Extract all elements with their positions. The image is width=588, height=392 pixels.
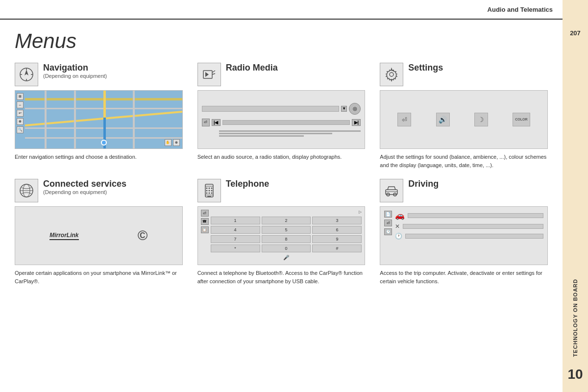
navigation-subtitle: (Depending on equipment) [43, 73, 107, 79]
svg-point-25 [208, 193, 210, 194]
driving-title-block: Driving [408, 179, 439, 189]
nav-icon-2: ↔ [17, 101, 24, 108]
telephone-icon [201, 183, 217, 198]
driving-bar-3 [405, 234, 543, 239]
tel-btn-3: 📋 [201, 226, 209, 233]
navigation-title-block: Navigation (Depending on equipment) [43, 63, 107, 79]
svg-point-23 [211, 190, 212, 192]
svg-point-20 [211, 188, 212, 189]
navigation-icon-box [15, 63, 38, 86]
page-heading: Menus [15, 29, 548, 53]
driving-description: Access to the trip computer. Activate, d… [380, 269, 548, 285]
settings-gear-icon [384, 67, 399, 82]
connected-title-block: Connected services (Depending on equipme… [43, 179, 126, 195]
nav-icon-compass: ⊕ [173, 139, 180, 146]
main-content: Menus Navigation (Depending on [0, 20, 563, 392]
telephone-icon-box [197, 179, 221, 202]
settings-color-icon: COLOR [513, 113, 530, 126]
menu-item-header-telephone: Telephone [197, 179, 366, 202]
connected-description: Operate certain applications on your sma… [15, 269, 183, 285]
svg-marker-9 [205, 72, 209, 77]
svg-rect-27 [386, 190, 397, 195]
menu-item-telephone: Telephone ⏎ ☎ 📋 ▷ [197, 179, 366, 285]
tel-key-3: 3 [312, 217, 362, 224]
mirrorlink-logo: MirrorLink [49, 232, 78, 240]
driving-bar-2 [403, 224, 543, 229]
tel-key-4: 4 [211, 226, 260, 234]
driving-icon-doc: 📄 [384, 211, 392, 218]
svg-point-26 [211, 193, 212, 194]
tel-mic-icon: 🎤 [283, 255, 289, 260]
svg-point-10 [390, 73, 393, 76]
telephone-title-block: Telephone [226, 179, 270, 189]
driving-x-symbol: ✕ [395, 223, 400, 230]
header-title: Audio and Telematics [488, 6, 553, 13]
nav-icon-3: ↩ [17, 110, 24, 117]
tel-btn-1: ⏎ [201, 210, 209, 217]
nav-icon-hand: ✋ [165, 139, 172, 146]
carplay-icon: © [138, 228, 148, 244]
svg-line-8 [212, 74, 215, 74]
settings-title: Settings [408, 63, 443, 73]
driving-main-content: 🚗 ✕ 🕐 [395, 211, 543, 240]
driving-car-icon [384, 183, 399, 198]
radio-title: Radio Media [226, 63, 278, 73]
tel-key-5: 5 [262, 226, 311, 234]
connected-icon [19, 183, 34, 198]
connected-subtitle: (Depending on equipment) [43, 189, 126, 195]
tel-key-star: * [211, 245, 260, 252]
menu-item-header-navigation: Navigation (Depending on equipment) [15, 63, 183, 86]
top-header: Audio and Telematics [0, 0, 563, 20]
radio-icon-box [197, 63, 221, 86]
tel-key-7: 7 [211, 235, 260, 243]
nav-icon-4: ⊕ [17, 118, 24, 125]
menu-item-header-radio: Radio Media [197, 63, 366, 86]
menu-item-header-driving: Driving [380, 179, 548, 202]
navigation-icon [19, 67, 34, 82]
navigation-description: Enter navigation settings and choose a d… [15, 153, 183, 161]
driving-clock-symbol: 🕐 [395, 233, 402, 240]
settings-description: Adjust the settings for sound (balance, … [380, 153, 548, 169]
tel-key-hash: # [312, 245, 362, 252]
settings-speaker-icon: 🔊 [436, 113, 450, 126]
svg-point-19 [208, 188, 210, 189]
connected-icon-box [15, 179, 38, 202]
menu-item-radio: Radio Media ▼ ◎ ⏎ |◀ ▶| [197, 63, 366, 169]
tel-key-0: 0 [262, 245, 311, 252]
driving-row-1: 🚗 [395, 211, 543, 220]
menu-item-header-settings: Settings [380, 63, 548, 86]
settings-screenshot: ⏎ 🔊 ☽ COLOR [380, 90, 548, 149]
menu-item-connected: Connected services (Depending on equipme… [15, 179, 183, 285]
tel-key-1: 1 [211, 217, 260, 224]
tel-key-2: 2 [262, 217, 311, 224]
nav-icon-5: 🔍 [17, 126, 24, 133]
svg-line-7 [212, 71, 215, 73]
radio-description: Select an audio source, a radio station,… [197, 153, 366, 161]
menu-item-navigation: Navigation (Depending on equipment) [15, 63, 183, 169]
driving-icon-clock: 🕐 [384, 228, 392, 235]
navigation-screenshot: ⊞ ↔ ↩ ⊕ 🔍 ✋ ⊕ [15, 90, 183, 149]
right-sidebar: 207 TECHNOLOGY on BOARD 10 [563, 0, 588, 392]
driving-icon-box [380, 179, 403, 202]
sidebar-technology-label: TECHNOLOGY on BOARD [572, 279, 578, 357]
settings-moon-icon: ☽ [474, 113, 488, 126]
navigation-title: Navigation [43, 63, 107, 73]
nav-icon-1: ⊞ [17, 93, 24, 100]
menu-item-settings: Settings ⏎ 🔊 ☽ COLOR Adjust the settings… [380, 63, 548, 169]
map-grid [15, 91, 182, 148]
page-number-top: 207 [570, 29, 581, 37]
tel-keypad-area: ▷ 1 2 3 4 5 6 7 8 9 * 0 [211, 210, 362, 262]
svg-rect-17 [207, 196, 211, 197]
connected-title: Connected services [43, 179, 126, 189]
tel-key-8: 8 [262, 235, 311, 243]
tel-side-buttons: ⏎ ☎ 📋 [201, 210, 209, 262]
svg-point-22 [208, 190, 210, 192]
settings-exit-icon: ⏎ [397, 113, 411, 126]
driving-row-3: 🕐 [395, 233, 543, 240]
menu-item-driving: Driving 📄 ⏎ 🕐 🚗 [380, 179, 548, 285]
tel-key-9: 9 [312, 235, 362, 243]
driving-row-2: ✕ [395, 223, 543, 230]
driving-side-icons: 📄 ⏎ 🕐 [384, 211, 392, 235]
svg-marker-1 [24, 70, 28, 75]
radio-screenshot: ▼ ◎ ⏎ |◀ ▶| [197, 90, 366, 149]
